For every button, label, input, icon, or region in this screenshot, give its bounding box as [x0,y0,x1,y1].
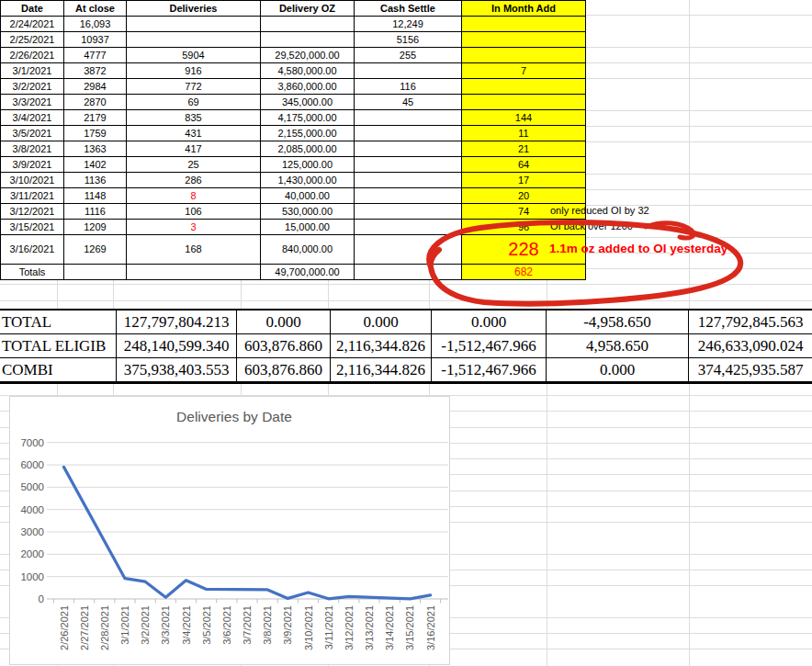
cell-deliveries[interactable]: 8 [127,188,261,204]
cell-deliveries[interactable]: 772 [127,79,261,95]
cell-at-close[interactable]: 1363 [64,141,127,157]
cell-in-month-add[interactable]: 682 [462,265,586,280]
cell-delivery-oz[interactable]: 29,520,000.00 [261,48,355,63]
column-header-deliveries[interactable]: Deliveries [127,1,261,17]
cell-in-month-add[interactable]: 17 [462,173,586,188]
cell-cash-settle[interactable] [355,188,462,204]
cell-date[interactable]: 3/9/2021 [1,157,64,173]
cell-date[interactable]: 3/11/2021 [1,188,64,204]
cell-date[interactable]: 3/12/2021 [1,204,64,220]
cell-deliveries[interactable]: 431 [127,126,261,141]
cell-deliveries[interactable]: 69 [127,95,261,110]
cell-cash-settle[interactable]: 45 [355,95,462,110]
cell-date[interactable]: 2/25/2021 [1,32,64,48]
cell-deliveries[interactable]: 3 [127,220,261,235]
totals-row-label[interactable]: TOTAL ELIGIB [0,334,117,358]
cell-at-close[interactable]: 10937 [64,32,127,48]
cell-at-close[interactable]: 1759 [64,126,127,141]
cell-cash-settle[interactable]: 5156 [355,32,462,48]
totals-value[interactable]: 248,140,599.340 [117,334,237,358]
cell-date[interactable]: 2/26/2021 [1,48,64,63]
cell-date[interactable]: 3/5/2021 [1,126,64,141]
cell-at-close[interactable]: 1116 [64,204,127,220]
cell-cash-settle[interactable] [355,220,462,235]
cell-delivery-oz[interactable]: 4,580,000.00 [261,63,355,79]
column-header-in-month-add[interactable]: In Month Add [462,1,586,17]
cell-deliveries[interactable] [127,32,261,48]
cell-cash-settle[interactable] [355,126,462,141]
cell-at-close[interactable]: 16,093 [64,17,127,32]
cell-date[interactable]: 3/3/2021 [1,95,64,110]
cell-at-close[interactable] [64,265,127,280]
cell-delivery-oz[interactable]: 530,000.00 [261,204,355,220]
cell-at-close[interactable]: 1402 [64,157,127,173]
cell-in-month-add[interactable]: 11 [462,126,586,141]
deliveries-chart[interactable]: Deliveries by Date0100020003000400050006… [9,396,450,665]
cell-deliveries[interactable]: 5904 [127,48,261,63]
cell-deliveries[interactable]: 25 [127,157,261,173]
totals-value[interactable]: 4,958.650 [547,334,689,358]
column-header-date[interactable]: Date [1,1,64,17]
cell-at-close[interactable]: 1136 [64,173,127,188]
cell-date[interactable]: 3/2/2021 [1,79,64,95]
cell-cash-settle[interactable] [355,63,462,79]
cell-in-month-add[interactable] [462,17,586,32]
cell-cash-settle[interactable]: 12,249 [355,17,462,32]
column-header-delivery-oz[interactable]: Delivery OZ [261,1,355,17]
cell-deliveries[interactable] [127,265,261,280]
totals-value[interactable]: 603,876.860 [237,358,331,381]
totals-value[interactable]: 127,792,845.563 [689,310,812,334]
cell-delivery-oz[interactable]: 1,430,000.00 [261,173,355,188]
cell-in-month-add[interactable] [462,79,586,95]
cell-at-close[interactable]: 2984 [64,79,127,95]
totals-value[interactable]: 603,876.860 [237,334,331,358]
deliveries-table[interactable]: DateAt closeDeliveriesDelivery OZCash Se… [0,0,586,280]
cell-delivery-oz[interactable] [261,32,355,48]
cell-delivery-oz[interactable]: 345,000.00 [261,95,355,110]
cell-delivery-oz[interactable]: 125,000.00 [261,157,355,173]
cell-at-close[interactable]: 2870 [64,95,127,110]
cell-in-month-add[interactable]: 20 [462,188,586,204]
cell-deliveries[interactable]: 286 [127,173,261,188]
cell-deliveries[interactable]: 168 [127,235,261,265]
cell-deliveries[interactable]: 916 [127,63,261,79]
totals-value[interactable]: 375,938,403.553 [117,358,237,381]
cell-date[interactable]: 2/24/2021 [1,17,64,32]
cell-date[interactable]: 3/10/2021 [1,173,64,188]
cell-date[interactable]: 3/1/2021 [1,63,64,79]
cell-in-month-add[interactable]: 64 [462,157,586,173]
cell-delivery-oz[interactable]: 49,700,000.00 [261,265,355,280]
cell-delivery-oz[interactable]: 840,000.00 [261,235,355,265]
cell-delivery-oz[interactable]: 3,860,000.00 [261,79,355,95]
column-header-cash-settle[interactable]: Cash Settle [355,1,462,17]
cell-date[interactable]: 3/15/2021 [1,220,64,235]
totals-summary-table[interactable]: TOTAL127,797,804.2130.0000.0000.000-4,95… [0,309,812,384]
cell-in-month-add[interactable] [462,32,586,48]
totals-row-label[interactable]: TOTAL [0,310,117,334]
totals-value[interactable]: 2,116,344.826 [331,358,432,381]
cell-date[interactable]: 3/4/2021 [1,110,64,126]
totals-value[interactable]: 0.000 [432,310,547,334]
totals-value[interactable]: 246,633,090.024 [689,334,812,358]
cell-date[interactable]: Totals [1,265,64,280]
totals-value[interactable]: 0.000 [547,358,689,381]
cell-cash-settle[interactable] [355,173,462,188]
cell-cash-settle[interactable]: 255 [355,48,462,63]
cell-cash-settle[interactable] [355,141,462,157]
cell-delivery-oz[interactable]: 2,155,000.00 [261,126,355,141]
column-header-at-close[interactable]: At close [64,1,127,17]
cell-delivery-oz[interactable] [261,17,355,32]
totals-row-label[interactable]: COMBI [0,358,117,381]
cell-at-close[interactable]: 1269 [64,235,127,265]
totals-value[interactable]: 374,425,935.587 [689,358,812,381]
totals-value[interactable]: -1,512,467.966 [432,334,547,358]
cell-at-close[interactable]: 1209 [64,220,127,235]
cell-in-month-add[interactable] [462,95,586,110]
totals-value[interactable]: -1,512,467.966 [432,358,547,381]
cell-deliveries[interactable] [127,17,261,32]
cell-in-month-add[interactable] [462,48,586,63]
cell-cash-settle[interactable] [355,235,462,265]
cell-in-month-add[interactable]: 144 [462,110,586,126]
cell-at-close[interactable]: 2179 [64,110,127,126]
cell-in-month-add[interactable]: 7 [462,63,586,79]
